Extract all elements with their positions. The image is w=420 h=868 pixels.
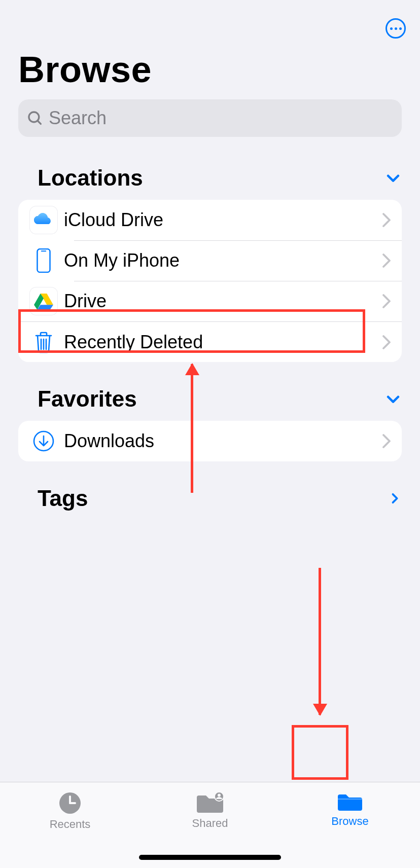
search-icon xyxy=(26,110,44,127)
tags-title: Tags xyxy=(38,486,88,511)
location-label: On My iPhone xyxy=(64,250,381,271)
location-label: iCloud Drive xyxy=(64,209,381,231)
iphone-icon xyxy=(36,248,52,273)
chevron-down-icon xyxy=(384,390,402,408)
favorites-header[interactable]: Favorites xyxy=(0,362,420,421)
chevron-right-icon xyxy=(381,294,392,309)
tab-label: Browse xyxy=(331,815,368,828)
chevron-right-icon xyxy=(381,335,392,350)
download-circle-icon xyxy=(33,430,54,452)
favorites-list: Downloads xyxy=(18,421,402,461)
location-row-icloud-drive[interactable]: iCloud Drive xyxy=(18,200,402,240)
shared-folder-icon xyxy=(196,791,224,814)
chevron-right-icon xyxy=(381,212,392,228)
chevron-right-icon xyxy=(388,490,402,507)
location-row-on-my-iphone[interactable]: On My iPhone xyxy=(18,240,402,281)
svg-line-1 xyxy=(38,121,41,124)
tab-recents[interactable]: Recents xyxy=(0,787,140,868)
favorite-row-downloads[interactable]: Downloads xyxy=(18,421,402,461)
icloud-drive-icon xyxy=(30,206,57,234)
search-field[interactable] xyxy=(18,99,402,137)
svg-rect-2 xyxy=(37,249,50,272)
home-indicator xyxy=(139,855,281,860)
location-row-recently-deleted[interactable]: Recently Deleted xyxy=(18,321,402,362)
more-options-button[interactable] xyxy=(386,18,406,39)
chevron-right-icon xyxy=(381,253,392,268)
annotation-arrow-down xyxy=(319,568,321,715)
search-container xyxy=(0,99,420,152)
location-row-drive[interactable]: Drive xyxy=(18,281,402,321)
svg-point-16 xyxy=(218,794,221,797)
clock-icon xyxy=(58,791,82,815)
locations-list: iCloud Drive On My iPhone Drive xyxy=(18,200,402,362)
favorites-title: Favorites xyxy=(38,386,137,412)
locations-title: Locations xyxy=(38,165,143,191)
favorite-label: Downloads xyxy=(64,430,381,452)
location-label: Drive xyxy=(64,291,381,312)
google-drive-icon xyxy=(30,287,57,315)
annotation-box-browse-tab xyxy=(292,725,348,780)
ellipsis-icon xyxy=(390,27,393,30)
tags-header[interactable]: Tags xyxy=(0,461,420,520)
chevron-down-icon xyxy=(384,169,402,187)
svg-rect-17 xyxy=(338,799,362,800)
trash-icon xyxy=(33,331,54,353)
tab-label: Shared xyxy=(192,817,228,830)
tab-browse[interactable]: Browse xyxy=(280,787,420,868)
locations-header[interactable]: Locations xyxy=(0,152,420,200)
svg-marker-6 xyxy=(37,305,53,310)
tab-label: Recents xyxy=(50,818,91,831)
page-title: Browse xyxy=(0,49,420,99)
top-bar xyxy=(0,0,420,49)
folder-icon xyxy=(337,791,363,812)
location-label: Recently Deleted xyxy=(64,332,381,353)
chevron-right-icon xyxy=(381,433,392,449)
search-input[interactable] xyxy=(49,107,394,129)
